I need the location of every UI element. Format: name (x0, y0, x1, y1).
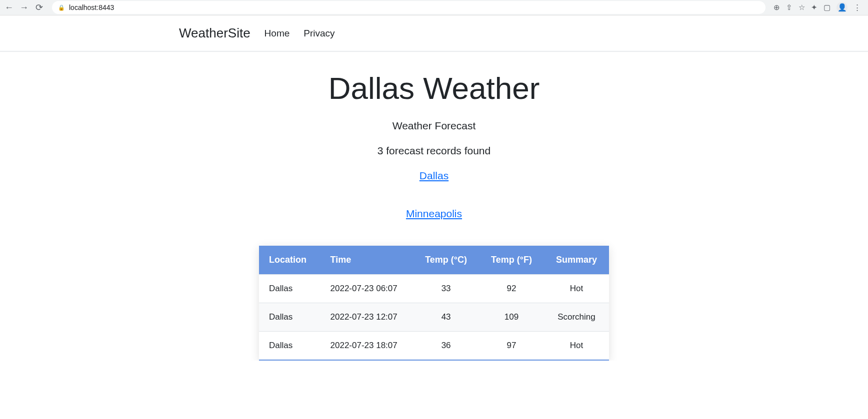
browser-toolbar: ← → ⟳ 🔒 localhost:8443 ⊕ ⇧ ☆ ✦ ▢ 👤 ⋮ (0, 0, 868, 15)
site-navbar: WeatherSite Home Privacy (0, 15, 868, 51)
cell-temp-c: 43 (413, 303, 479, 332)
table-row: Dallas 2022-07-23 12:07 43 109 Scorching (259, 303, 609, 332)
cell-location: Dallas (259, 275, 320, 303)
nav-privacy[interactable]: Privacy (304, 28, 334, 39)
cell-location: Dallas (259, 303, 320, 332)
col-temp-f: Temp (°F) (479, 246, 544, 275)
address-bar[interactable]: 🔒 localhost:8443 (52, 1, 766, 14)
cell-temp-f: 109 (479, 303, 544, 332)
city-link-dallas[interactable]: Dallas (420, 170, 448, 182)
col-time: Time (320, 246, 414, 275)
cell-temp-c: 33 (413, 275, 479, 303)
page-title: Dallas Weather (0, 70, 868, 106)
nav-home[interactable]: Home (264, 28, 290, 39)
star-icon[interactable]: ☆ (798, 3, 805, 12)
cell-temp-c: 36 (413, 332, 479, 361)
cell-summary: Hot (544, 275, 609, 303)
col-summary: Summary (544, 246, 609, 275)
page-subtitle: Weather Forecast (0, 120, 868, 132)
main-content: Dallas Weather Weather Forecast 3 foreca… (0, 51, 868, 361)
cell-temp-f: 92 (479, 275, 544, 303)
city-link-minneapolis[interactable]: Minneapolis (406, 208, 462, 220)
cell-time: 2022-07-23 18:07 (320, 332, 414, 361)
menu-icon[interactable]: ⋮ (854, 3, 861, 12)
zoom-icon[interactable]: ⊕ (774, 3, 780, 12)
profile-avatar[interactable]: 👤 (836, 2, 848, 13)
browser-right-icons: ⊕ ⇧ ☆ ✦ ▢ 👤 ⋮ (774, 2, 864, 13)
share-icon[interactable]: ⇧ (786, 3, 792, 12)
cell-location: Dallas (259, 332, 320, 361)
extensions-icon[interactable]: ✦ (811, 3, 818, 12)
table-row: Dallas 2022-07-23 18:07 36 97 Hot (259, 332, 609, 361)
devices-icon[interactable]: ▢ (824, 3, 830, 12)
cell-time: 2022-07-23 12:07 (320, 303, 414, 332)
url-text: localhost:8443 (69, 3, 114, 11)
lock-icon: 🔒 (58, 4, 65, 11)
table-row: Dallas 2022-07-23 06:07 33 92 Hot (259, 275, 609, 303)
reload-button[interactable]: ⟳ (34, 2, 44, 12)
cell-temp-f: 97 (479, 332, 544, 361)
col-temp-c: Temp (°C) (413, 246, 479, 275)
col-location: Location (259, 246, 320, 275)
cell-time: 2022-07-23 06:07 (320, 275, 414, 303)
records-found-text: 3 forecast records found (0, 145, 868, 157)
forward-button[interactable]: → (19, 2, 29, 12)
cell-summary: Hot (544, 332, 609, 361)
brand-link[interactable]: WeatherSite (179, 25, 250, 41)
table-header-row: Location Time Temp (°C) Temp (°F) Summar… (259, 246, 609, 275)
cell-summary: Scorching (544, 303, 609, 332)
forecast-table: Location Time Temp (°C) Temp (°F) Summar… (259, 246, 609, 361)
back-button[interactable]: ← (4, 2, 14, 12)
